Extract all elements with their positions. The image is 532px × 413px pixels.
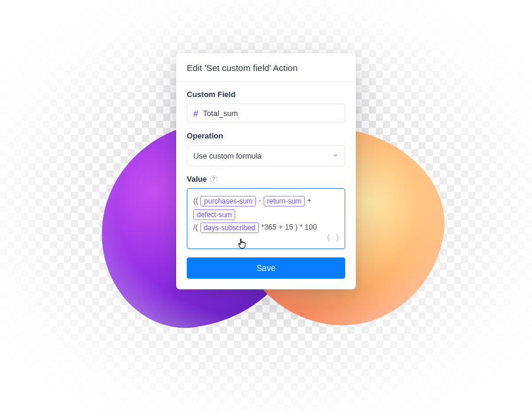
chevron-down-icon [332, 150, 339, 161]
value-group: Value ? (( purchases-sum - return-sum + … [187, 175, 345, 249]
modal-body: Custom Field # Total_sum Operation Use c… [176, 82, 356, 249]
hash-icon: # [193, 108, 198, 118]
token-defect-sum[interactable]: defect-sum [193, 209, 235, 220]
operation-select[interactable]: Use custom formula [187, 145, 345, 166]
modal-header: Edit 'Set custom field' Action [176, 53, 356, 82]
formula-open-parens: (( [193, 195, 198, 207]
save-button[interactable]: Save [187, 257, 345, 279]
formula-line-1: (( purchases-sum - return-sum + defect-s… [193, 195, 338, 220]
insert-variable-icon[interactable]: { } [326, 231, 340, 244]
custom-field-input[interactable]: # Total_sum [187, 104, 345, 123]
value-label-row: Value ? [187, 175, 345, 183]
help-icon[interactable]: ? [210, 175, 218, 183]
formula-line-2: /( days-subscribed *365 + 15 ) * 100 [193, 221, 338, 234]
token-days-subscribed[interactable]: days-subscribed [200, 222, 259, 233]
formula-div-paren: /( [193, 221, 198, 234]
modal-title: Edit 'Set custom field' Action [187, 63, 345, 73]
operation-group: Operation Use custom formula [187, 131, 345, 166]
operation-label: Operation [187, 131, 345, 140]
formula-plus: + [307, 195, 312, 207]
operation-value: Use custom formula [193, 151, 262, 160]
formula-input[interactable]: (( purchases-sum - return-sum + defect-s… [187, 188, 345, 249]
value-label: Value [187, 175, 207, 183]
edit-action-modal: Edit 'Set custom field' Action Custom Fi… [176, 53, 356, 289]
formula-minus: - [258, 195, 261, 207]
token-return-sum[interactable]: return-sum [264, 196, 305, 206]
custom-field-label: Custom Field [187, 90, 345, 99]
custom-field-group: Custom Field # Total_sum [187, 90, 345, 123]
custom-field-value: Total_sum [203, 109, 238, 118]
token-purchases-sum[interactable]: purchases-sum [200, 196, 256, 206]
formula-tail: *365 + 15 ) * 100 [261, 221, 317, 234]
